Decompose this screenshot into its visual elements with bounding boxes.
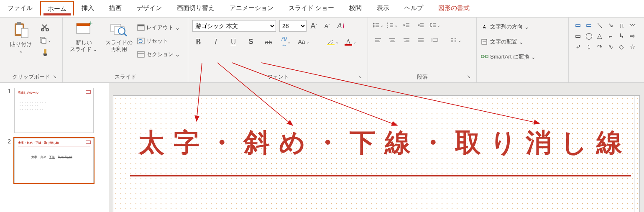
bold-button[interactable]: B — [192, 37, 204, 47]
tab-review[interactable]: 校閲 — [342, 0, 369, 15]
shape-line-icon[interactable]: ＼ — [595, 20, 605, 30]
convert-smartart-button[interactable]: SmartArt に変換 ⌄ — [481, 51, 564, 63]
tab-view[interactable]: 表示 — [369, 0, 397, 15]
tab-slideshow[interactable]: スライド ショー — [281, 0, 342, 15]
decrease-indent-button[interactable] — [401, 20, 412, 30]
shape-bent-icon[interactable]: ↷ — [595, 42, 605, 52]
shape-freeform-icon[interactable]: 〰 — [627, 20, 637, 30]
font-dialog-launcher[interactable]: ↘ — [357, 74, 363, 80]
bullets-icon — [373, 22, 379, 28]
char-spacing-button[interactable]: AV↔ — [280, 37, 292, 47]
thumbnail-1[interactable]: 1 見出しのルール ・・・・・・・・・・・・・・・・・・・・・・・・・・・・・ — [0, 85, 109, 135]
group-arrange: ↓A 文字列の方向 ⌄ 文字の配置 ⌄ SmartArt に変換 ⌄ — [477, 18, 569, 82]
shape-wave-icon[interactable]: ∿ — [606, 42, 616, 52]
paragraph-dialog-launcher[interactable]: ↘ — [465, 74, 471, 80]
align-center-button[interactable] — [386, 35, 398, 45]
line-spacing-button[interactable] — [429, 20, 441, 30]
slide-guide-vertical — [634, 96, 634, 212]
text-direction-label: 文字列の方向 — [490, 23, 523, 31]
format-painter-button[interactable] — [39, 48, 51, 58]
text-direction-button[interactable]: ↓A 文字列の方向 ⌄ — [481, 21, 564, 33]
shape-arrowline-icon[interactable]: ↘ — [606, 20, 616, 30]
increase-indent-button[interactable] — [415, 20, 427, 30]
font-family-select[interactable]: 游ゴシック 本文 — [192, 20, 276, 32]
clear-format-button[interactable]: A⧵ — [335, 21, 347, 31]
shape-textbox2-icon[interactable]: ▭ — [584, 20, 594, 30]
shrink-font-button[interactable]: A˅ — [322, 21, 333, 31]
tab-home[interactable]: ホーム — [40, 1, 74, 15]
group-font: 游ゴシック 本文 28 A˄ A˅ A⧵ B I U S ab AV↔ Aa — [188, 18, 368, 82]
slide-canvas[interactable]: 太字・斜め・下線・取り消し線 — [113, 95, 640, 212]
shape-arc-icon[interactable]: ⤵ — [584, 42, 594, 52]
section-button[interactable]: セクション ⌄ — [137, 49, 180, 60]
highlight-button[interactable] — [327, 37, 339, 47]
clipboard-caption: クリップボード — [12, 74, 50, 80]
tab-transition[interactable]: 画面切り替え — [169, 0, 222, 15]
text-shadow-button[interactable]: S — [245, 37, 257, 47]
tab-shape-format[interactable]: 図形の書式 — [431, 0, 477, 15]
new-slide-button[interactable]: ＋ 新しい スライド ⌄ — [67, 20, 100, 53]
shape-elbow-icon[interactable]: ↳ — [616, 31, 626, 41]
font-color-button[interactable]: A — [345, 37, 356, 47]
shape-triangle-icon[interactable]: △ — [595, 31, 605, 41]
underline-button[interactable]: U — [227, 37, 239, 47]
numbering-button[interactable]: 123 — [386, 20, 398, 30]
tab-help[interactable]: ヘルプ — [397, 0, 431, 15]
text-align-vert-button[interactable]: 文字の配置 ⌄ — [481, 36, 564, 48]
tab-design[interactable]: デザイン — [129, 0, 169, 15]
paste-label: 貼り付け — [10, 41, 32, 47]
align-center-icon — [389, 37, 396, 43]
shape-textbox-icon[interactable]: ▭ — [573, 20, 583, 30]
align-left-button[interactable] — [372, 35, 384, 45]
svg-rect-7 — [42, 38, 46, 43]
tab-animation[interactable]: アニメーション — [222, 0, 281, 15]
cut-button[interactable] — [39, 23, 51, 33]
reset-icon — [137, 38, 145, 44]
shape-lconn-icon[interactable]: ⌐ — [606, 31, 616, 41]
align-right-button[interactable] — [401, 35, 412, 45]
indent-left-icon — [403, 22, 410, 28]
thumbnail-2[interactable]: 2 太字・斜め・下線・取り消し線 太字 斜め 下線 取り消し線 — [0, 135, 109, 186]
tab-draw[interactable]: 描画 — [102, 0, 129, 15]
columns-button[interactable] — [450, 35, 462, 45]
align-justify-button[interactable] — [415, 35, 427, 45]
change-case-button[interactable]: Aa — [298, 37, 309, 47]
copy-button[interactable] — [39, 35, 51, 45]
indent-right-icon — [417, 22, 424, 28]
text-align-vert-label: 文字の配置 — [490, 38, 517, 46]
svg-rect-2 — [17, 22, 21, 25]
tab-insert[interactable]: 挿入 — [74, 0, 102, 15]
slide-canvas-pane: 太字・斜め・下線・取り消し線 — [109, 83, 644, 212]
tab-file[interactable]: ファイル — [0, 0, 40, 15]
grow-font-button[interactable]: A˄ — [308, 21, 320, 31]
group-clipboard: 貼り付け⌄ クリップボード ↘ — [0, 18, 63, 82]
scissors-icon — [41, 23, 49, 32]
smartart-label: SmartArt に変換 — [490, 53, 529, 61]
align-left-icon — [375, 37, 381, 43]
clipboard-dialog-launcher[interactable]: ↘ — [51, 74, 57, 80]
shapes-gallery[interactable]: ▭ ▭ ＼ ↘ ⎍ 〰 ▭ ◯ △ ⌐ ↳ ⇨ ⤶ ⤵ ↷ ∿ ◇ ☆ — [573, 20, 637, 52]
shape-arrow-icon[interactable]: ⇨ — [627, 31, 637, 41]
reuse-slides-button[interactable]: スライドの 再利用 — [102, 20, 135, 53]
font-caption: フォント — [267, 74, 289, 80]
shape-oval-icon[interactable]: ◯ — [584, 31, 594, 41]
ribbon: 貼り付け⌄ クリップボード ↘ — [0, 18, 644, 83]
distribute-icon — [432, 37, 438, 43]
bullets-button[interactable] — [372, 20, 384, 30]
shape-curve-icon[interactable]: ⤶ — [573, 42, 583, 52]
shape-star-icon[interactable]: ☆ — [627, 42, 637, 52]
shape-connector-icon[interactable]: ⎍ — [616, 20, 626, 30]
shape-poly-icon[interactable]: ◇ — [616, 42, 626, 52]
align-right-icon — [403, 37, 410, 43]
distribute-button[interactable] — [429, 35, 441, 45]
strikethrough-button[interactable]: ab — [263, 37, 274, 47]
reset-button[interactable]: リセット — [137, 35, 180, 47]
font-size-select[interactable]: 28 — [279, 20, 307, 32]
layout-button[interactable]: レイアウト ⌄ — [137, 22, 180, 33]
italic-button[interactable]: I — [210, 37, 222, 47]
paste-button[interactable]: 貼り付け⌄ — [4, 20, 38, 55]
shape-rect-icon[interactable]: ▭ — [573, 31, 583, 41]
reuse-slides-label: スライドの 再利用 — [105, 39, 133, 52]
slide-heading[interactable]: 太字・斜め・下線・取り消し線 — [138, 125, 623, 160]
svg-point-25 — [373, 26, 375, 28]
